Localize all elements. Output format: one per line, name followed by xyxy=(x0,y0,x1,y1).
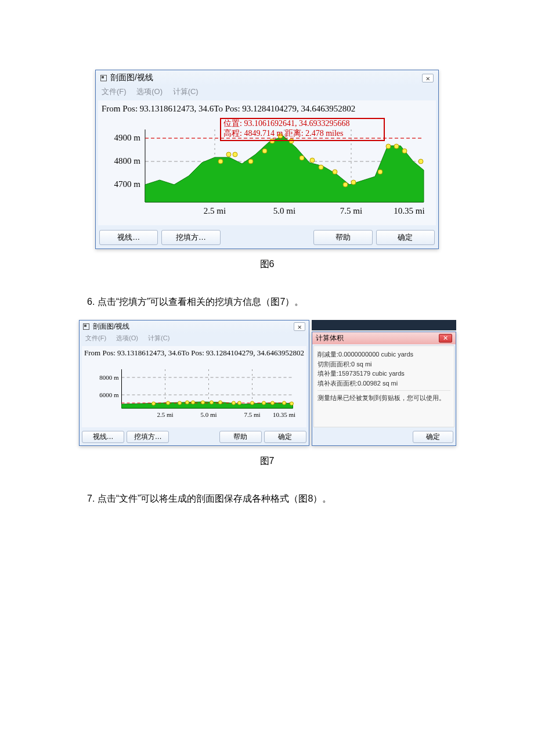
y-tick-4900: 4900 m xyxy=(114,133,141,142)
menu-file[interactable]: 文件(F) xyxy=(102,87,127,96)
elevation-chart: 8000 m 6000 m 2.5 mi 5.0 mi 7.5 mi 10.35… xyxy=(86,359,302,423)
fill-volume: 填补量:159735179 cubic yards xyxy=(317,369,450,379)
help-button[interactable]: 帮助 xyxy=(219,431,262,443)
app-icon xyxy=(83,323,89,330)
svg-point-46 xyxy=(271,401,275,405)
svg-point-19 xyxy=(333,170,337,174)
volume-body: 削减量:0.0000000000 cubic yards 切割面面积:0 sq … xyxy=(313,345,454,427)
los-button[interactable]: 视线… xyxy=(82,431,124,443)
svg-point-26 xyxy=(418,159,423,164)
fill-area: 填补表面面积:0.00982 sq mi xyxy=(317,379,450,388)
svg-point-24 xyxy=(394,144,399,149)
x-tick-1035: 10.35 mi xyxy=(273,411,295,418)
svg-point-41 xyxy=(219,401,222,404)
window-title: 剖面图/视线 xyxy=(110,73,422,83)
svg-point-17 xyxy=(310,158,315,163)
svg-point-37 xyxy=(186,401,189,404)
menubar: 文件(F) 选项(O) 计算(C) xyxy=(96,85,438,98)
clipboard-note: 测量结果已经被复制到剪贴板，您可以使用。 xyxy=(317,390,450,403)
fig6-window: 剖面图/视线 ⨉ 文件(F) 选项(O) 计算(C) From Pos: 93.… xyxy=(95,70,439,249)
svg-point-18 xyxy=(319,165,323,170)
svg-point-45 xyxy=(262,401,266,405)
svg-point-9 xyxy=(226,152,231,157)
menu-options[interactable]: 选项(O) xyxy=(136,87,163,96)
x-tick-75: 7.5 mi xyxy=(244,411,260,418)
svg-point-20 xyxy=(343,182,348,187)
cursor-callout-pos: 位置: 93.1061692641, 34.6933295668 xyxy=(223,118,349,129)
window-title: 剖面图/视线 xyxy=(93,322,294,332)
x-tick-50: 5.0 mi xyxy=(200,411,217,418)
y-tick-4700: 4700 m xyxy=(114,179,141,189)
x-tick-50: 5.0 mi xyxy=(273,206,295,215)
svg-point-36 xyxy=(178,401,182,405)
menu-options[interactable]: 选项(O) xyxy=(116,334,138,341)
cutfill-button[interactable]: 挖填方… xyxy=(161,230,220,245)
fig7-left-window: 剖面图/视线 ⨉ 文件(F) 选项(O) 计算(C) From Pos: 93.… xyxy=(79,320,309,446)
svg-point-11 xyxy=(248,159,253,164)
from-to-pos: From Pos: 93.1318612473, 34.6To Pos: 93.… xyxy=(84,348,304,358)
from-to-pos: From Pos: 93.1318612473, 34.6To Pos: 93.… xyxy=(102,104,432,114)
cut-area: 切割面面积:0 sq mi xyxy=(317,359,450,369)
paragraph-7: 7. 点击“文件”可以将生成的剖面图保存成各种格式（图8）。 xyxy=(87,493,453,505)
window-body: From Pos: 93.1318612473, 34.6To Pos: 93.… xyxy=(98,100,436,225)
svg-point-44 xyxy=(251,401,254,405)
help-button[interactable]: 帮助 xyxy=(313,230,372,245)
svg-point-16 xyxy=(300,156,304,160)
volume-button-row: 确定 xyxy=(312,429,456,445)
svg-point-15 xyxy=(289,139,294,143)
x-tick-25: 2.5 mi xyxy=(204,206,226,215)
svg-point-22 xyxy=(378,170,383,174)
paragraph-6: 6. 点击“挖填方”可以查看相关的挖填方信息（图7）。 xyxy=(87,296,453,308)
svg-point-48 xyxy=(290,402,294,405)
svg-point-35 xyxy=(167,401,170,405)
svg-point-12 xyxy=(262,149,267,153)
svg-point-13 xyxy=(270,139,275,143)
x-tick-75: 7.5 mi xyxy=(340,206,362,215)
fig6-caption: 图6 xyxy=(81,258,453,271)
svg-point-25 xyxy=(402,149,407,153)
y-tick-8000: 8000 m xyxy=(99,374,119,381)
ok-button[interactable]: 确定 xyxy=(376,230,435,245)
window-body: From Pos: 93.1318612473, 34.6To Pos: 93.… xyxy=(82,346,306,427)
ok-button[interactable]: 确定 xyxy=(264,431,306,443)
svg-point-8 xyxy=(218,159,223,164)
cut-volume: 削减量:0.0000000000 cubic yards xyxy=(317,350,450,359)
cursor-callout-elev: 高程: 4849.714 m 距离: 2.478 miles xyxy=(223,128,344,139)
elevation-chart: 4900 m 4800 m 4700 m 2.5 mi 5.0 mi 7.5 m… xyxy=(104,115,430,219)
svg-point-38 xyxy=(192,401,195,404)
y-tick-6000: 6000 m xyxy=(99,391,119,398)
fig6-titlebar[interactable]: 剖面图/视线 ⨉ xyxy=(96,70,438,85)
fig7-caption: 图7 xyxy=(81,455,453,467)
svg-point-34 xyxy=(152,402,156,405)
svg-point-42 xyxy=(232,401,236,405)
svg-point-23 xyxy=(386,144,391,149)
menu-calc[interactable]: 计算(C) xyxy=(148,334,169,341)
fig7-left-titlebar[interactable]: 剖面图/视线 ⨉ xyxy=(80,321,309,333)
svg-point-47 xyxy=(283,401,286,405)
menu-calc[interactable]: 计算(C) xyxy=(173,87,199,96)
x-tick-1035: 10.35 mi xyxy=(394,206,424,215)
x-tick-25: 2.5 mi xyxy=(157,411,173,418)
svg-point-43 xyxy=(238,401,241,405)
menubar: 文件(F) 选项(O) 计算(C) xyxy=(80,333,309,344)
svg-point-10 xyxy=(233,152,237,157)
area-series xyxy=(145,136,424,202)
svg-point-21 xyxy=(351,180,356,185)
dark-banner xyxy=(312,320,456,330)
app-icon xyxy=(100,75,107,81)
fig7-volume-window: 计算体积 ✕ 削减量:0.0000000000 cubic yards 切割面面… xyxy=(312,332,456,446)
fig7-container: 剖面图/视线 ⨉ 文件(F) 选项(O) 计算(C) From Pos: 93.… xyxy=(79,320,456,446)
ok-button[interactable]: 确定 xyxy=(413,431,453,443)
close-button[interactable]: ⨉ xyxy=(422,74,434,82)
menu-file[interactable]: 文件(F) xyxy=(85,334,106,341)
los-button[interactable]: 视线… xyxy=(99,230,158,245)
svg-point-39 xyxy=(201,401,205,404)
button-row: 视线… 挖填方… 帮助 确定 xyxy=(80,430,309,445)
close-button[interactable]: ⨉ xyxy=(294,322,305,331)
close-button[interactable]: ✕ xyxy=(439,334,452,343)
volume-title: 计算体积 xyxy=(316,333,439,343)
y-tick-4800: 4800 m xyxy=(114,156,141,165)
svg-point-40 xyxy=(210,401,214,404)
volume-titlebar[interactable]: 计算体积 ✕ xyxy=(312,332,456,344)
cutfill-button[interactable]: 挖填方… xyxy=(127,431,169,443)
